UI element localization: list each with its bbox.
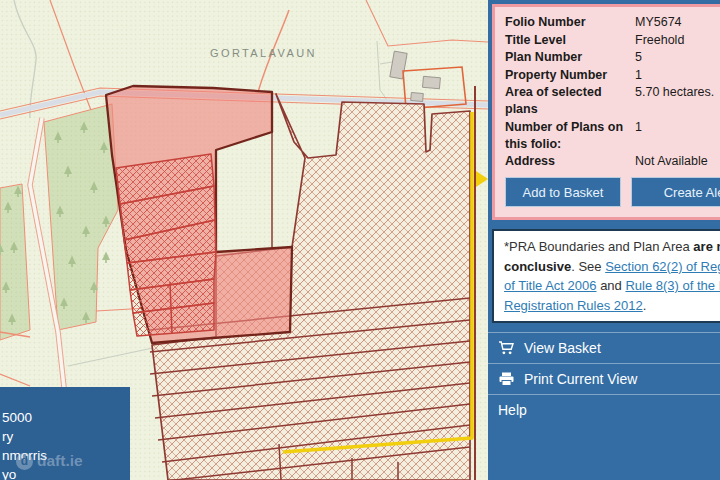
folio-row: Title Level Freehold bbox=[505, 32, 720, 49]
print-current-view-menu-item[interactable]: Print Current View bbox=[488, 363, 720, 394]
tooltip-line: yo bbox=[2, 465, 130, 480]
folio-info-box: Folio Number MY5674 Title Level Freehold… bbox=[492, 4, 720, 220]
cart-icon bbox=[498, 341, 515, 355]
folio-row: Plan Number 5 bbox=[505, 49, 720, 66]
property-number-value: 1 bbox=[635, 67, 720, 84]
panel-menu: View Basket Print Current View Help bbox=[488, 332, 720, 425]
print-current-view-label: Print Current View bbox=[524, 371, 637, 387]
townland-label: GORTALAVAUN bbox=[210, 47, 317, 59]
area-value: 5.70 hectares. bbox=[635, 84, 720, 118]
landdirect-map-viewer: GORTALAVAUN bbox=[0, 0, 720, 480]
address-value: Not Available bbox=[635, 153, 720, 170]
folio-row: Address Not Available bbox=[505, 153, 720, 170]
folio-row: Area of selected plans 5.70 hectares. bbox=[505, 84, 720, 118]
help-menu-item[interactable]: Help bbox=[488, 394, 720, 425]
folio-row: Property Number 1 bbox=[505, 67, 720, 84]
view-basket-label: View Basket bbox=[524, 340, 601, 356]
tooltip-line: ry bbox=[2, 427, 130, 446]
add-to-basket-button[interactable]: Add to Basket bbox=[505, 177, 621, 207]
folio-row: Number of Plans on this folio: 1 bbox=[505, 119, 720, 153]
folio-actions: Add to Basket Create Alert bbox=[505, 177, 720, 207]
pra-disclaimer: *PRA Boundaries and Plan Area are not co… bbox=[492, 229, 720, 323]
folio-number-value: MY5674 bbox=[635, 14, 720, 31]
title-level-value: Freehold bbox=[635, 32, 720, 49]
create-alert-button[interactable]: Create Alert bbox=[631, 177, 720, 207]
tooltip-line: 5000 bbox=[2, 408, 130, 427]
tooltip-line: nmorris bbox=[2, 446, 130, 465]
printer-icon bbox=[498, 372, 515, 386]
disclaimer-text: *PRA Boundaries and Plan Area bbox=[504, 239, 693, 254]
folio-row: Folio Number MY5674 bbox=[505, 14, 720, 31]
help-label: Help bbox=[498, 402, 527, 418]
view-basket-menu-item[interactable]: View Basket bbox=[488, 332, 720, 363]
map-info-tooltip: 5000 ry nmorris yo bbox=[0, 387, 130, 480]
plan-number-value: 5 bbox=[635, 49, 720, 66]
plans-count-value: 1 bbox=[635, 119, 720, 153]
folio-side-panel: Folio Number MY5674 Title Level Freehold… bbox=[488, 0, 720, 480]
